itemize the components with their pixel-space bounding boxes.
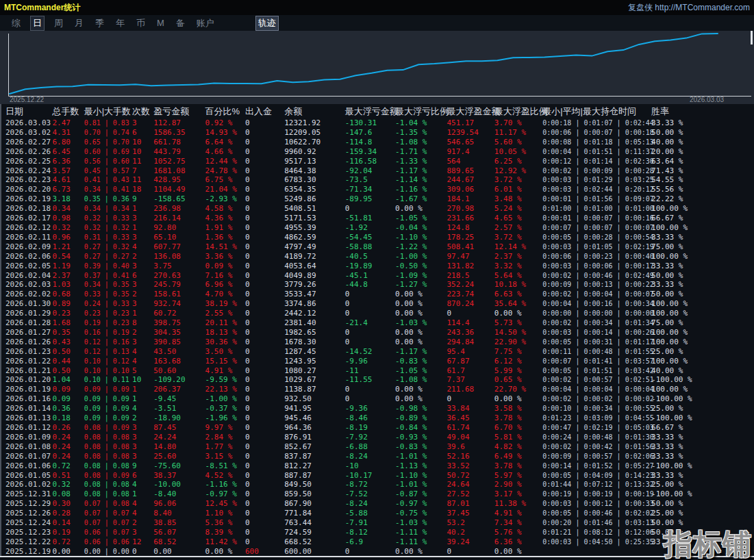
cell-deposit-withdraw: 0	[245, 166, 284, 176]
cell-max-float-profit: 52.16	[447, 452, 494, 461]
menu-item-trajectory[interactable]: 轨迹	[255, 16, 279, 31]
cell-win-rate: -100.00 %	[651, 461, 754, 471]
cell-trades: 4	[132, 404, 153, 413]
cell-max-float-loss: -1.92	[345, 223, 395, 233]
table-row[interactable]: 2026.02.180.340.34 | 0.341236.984.58 %05…	[0, 204, 754, 214]
menu-item-account[interactable]: 账户	[194, 16, 216, 30]
cell-max-float-loss-pct: -1.14 %	[395, 175, 447, 185]
cell-balance: 941.95	[284, 404, 344, 413]
cell-pnl: 245.79	[153, 280, 205, 290]
table-row[interactable]: 2026.01.300.890.24 | 0.333932.7438.19 %0…	[0, 299, 754, 309]
cell-pnl: 68.52	[153, 537, 205, 547]
table-row[interactable]: 2026.01.290.230.23 | 0.23160.722.55 %024…	[0, 309, 754, 318]
table-row[interactable]: 2026.02.120.320.32 | 0.32192.801.91 %049…	[0, 223, 754, 233]
cell-max-float-profit: 451.17	[447, 118, 494, 128]
table-row[interactable]: 2026.02.042.370.37 | 0.416270.637.16 %04…	[0, 271, 754, 281]
cell-hold-time: 0:00:18 | 0:01:07 | 0:02:44	[542, 118, 651, 128]
table-row[interactable]: 2026.02.091.210.27 | 0.324607.7714.51 %0…	[0, 242, 754, 252]
cell-hold-time: 0:00:09 | 0:00:13 | 0:00:22	[542, 280, 651, 290]
brand-link[interactable]: 复盘侠 http://MTCommander.com	[628, 2, 750, 14]
table-row[interactable]: 2026.02.020.680.33 | 0.352158.614.70 %03…	[0, 290, 754, 299]
table-row[interactable]: 2026.02.110.960.31 | 0.33365.101.36 %048…	[0, 233, 754, 242]
cell-deposit-withdraw: 0	[245, 194, 284, 204]
table-row[interactable]: 2026.02.170.980.32 | 0.333216.144.36 %05…	[0, 214, 754, 223]
table-row[interactable]: 2025.12.240.140.07 | 0.07238.855.36 %076…	[0, 518, 754, 528]
cell-min-max-lots: 0.12 | 0.13	[84, 347, 132, 357]
cell-min-max-lots: 0.34 | 0.35	[84, 280, 132, 290]
cell-pnl-pct: 21.04 %	[205, 185, 245, 194]
cell-pnl: 14.80	[153, 442, 205, 452]
cell-balance: 1029.67	[284, 375, 344, 385]
cell-pnl-pct: 3.15 %	[205, 452, 245, 461]
cell-max-float-profit: 0	[447, 309, 494, 318]
table-row[interactable]: 2026.01.260.430.12 | 0.163390.8530.36 %0…	[0, 338, 754, 347]
scrollbar-thumb[interactable]	[751, 31, 753, 44]
table-row[interactable]: 2026.01.140.360.09 | 0.094-3.51-0.37 %09…	[0, 404, 754, 413]
cell-pnl: 1681.08	[153, 166, 205, 176]
table-row[interactable]: 2026.02.276.800.65 | 0.7010661.786.64 %0…	[0, 138, 754, 147]
cell-date: 2026.01.23	[0, 347, 52, 357]
table-row[interactable]: 2026.01.270.350.16 | 0.192304.3518.13 %0…	[0, 328, 754, 338]
cell-min-max-lots: 0.27 | 0.32	[84, 242, 132, 252]
cell-min-max-lots: 0.09 | 0.09	[84, 404, 132, 413]
cell-pnl: -158.65	[153, 194, 205, 204]
table-row[interactable]: 2026.03.032.470.81 | 0.833112.870.92 %01…	[0, 118, 754, 128]
table-row[interactable]: 2026.02.060.540.27 | 0.272136.083.36 %04…	[0, 252, 754, 262]
table-row[interactable]: 2026.01.070.240.08 | 0.08325.603.15 %083…	[0, 452, 754, 461]
table-row[interactable]: 2026.01.130.180.09 | 0.092-18.90-1.96 %0…	[0, 413, 754, 423]
menu-item-year[interactable]: 年	[114, 16, 127, 30]
table-row[interactable]: 2025.12.190.000.00 | 0.0000.000.00 %6006…	[0, 547, 754, 557]
table-row[interactable]: 2026.02.266.450.60 | 0.6910443.794.66 %0…	[0, 147, 754, 157]
menu-item-currency[interactable]: 币	[134, 16, 147, 30]
table-row[interactable]: 2026.01.281.680.19 | 0.238398.7520.11 %0…	[0, 318, 754, 328]
cell-min-max-lots: 0.35 | 0.36	[84, 194, 132, 204]
cell-hold-time: 0:00:12 | 0:01:14 | 0:02:30	[542, 157, 651, 166]
table-row[interactable]: 2026.02.031.030.34 | 0.353245.796.96 %03…	[0, 280, 754, 290]
cell-pnl: 56.07	[153, 528, 205, 537]
table-row[interactable]: 2026.01.220.440.10 | 0.124163.6815.15 %0…	[0, 357, 754, 366]
table-row[interactable]: 2026.01.050.510.08 | 0.09638.374.52 %088…	[0, 471, 754, 481]
table-row[interactable]: 2026.01.201.040.10 | 0.1110-109.20-9.59 …	[0, 375, 754, 385]
menu-item-backup[interactable]: 备	[174, 16, 187, 30]
cell-max-float-profit-pct: 0.00 %	[494, 547, 542, 557]
table-row[interactable]: 2025.12.310.080.08 | 0.081-8.40-0.97 %08…	[0, 489, 754, 499]
table-row[interactable]: 2025.12.230.190.06 | 0.07356.078.39 %072…	[0, 528, 754, 537]
cell-max-float-profit-pct: 10.05 %	[494, 147, 542, 157]
cell-win-rate: 33.33 %	[651, 433, 754, 442]
table-row[interactable]: 2026.01.020.320.08 | 0.084-10.00-1.16 %0…	[0, 480, 754, 489]
table-row[interactable]: 2026.01.160.090.09 | 0.091-9.45-1.00 %09…	[0, 394, 754, 404]
table-row[interactable]: 2025.12.290.300.07 | 0.08496.0612.45 %08…	[0, 499, 754, 509]
table-row[interactable]: 2026.01.060.720.08 | 0.089-75.60-8.51 %0…	[0, 461, 754, 471]
table-row[interactable]: 2026.01.210.500.10 | 0.10550.604.91 %010…	[0, 366, 754, 376]
table-row[interactable]: 2026.02.256.360.56 | 0.60111052.7512.44 …	[0, 157, 754, 166]
cell-deposit-withdraw: 0	[245, 509, 284, 518]
table-row[interactable]: 2026.02.234.610.41 | 0.4311428.956.75 %0…	[0, 175, 754, 185]
table-row[interactable]: 2026.01.120.260.08 | 0.09387.459.97 %096…	[0, 423, 754, 433]
table-row[interactable]: 2026.03.024.310.70 | 0.7461586.3514.93 %…	[0, 128, 754, 138]
cell-max-float-profit: 223.74	[447, 290, 494, 299]
menu-item-summary[interactable]: 综	[10, 16, 23, 30]
cell-deposit-withdraw: 0	[245, 499, 284, 509]
table-row[interactable]: 2026.01.230.500.12 | 0.13443.503.50 %012…	[0, 347, 754, 357]
table-row[interactable]: 2026.02.051.190.39 | 0.4033.750.09 %0405…	[0, 262, 754, 271]
menu-item-week[interactable]: 周	[52, 16, 65, 30]
cell-max-float-loss: -11.55	[345, 375, 395, 385]
menu-item-m[interactable]: M	[155, 17, 166, 29]
table-row[interactable]: 2026.01.190.090.09 | 0.091206.3722.13 %0…	[0, 385, 754, 394]
table-row[interactable]: 2026.02.243.570.45 | 0.5771681.0824.78 %…	[0, 166, 754, 176]
table-row[interactable]: 2026.02.206.730.34 | 0.41181104.4921.04 …	[0, 185, 754, 194]
menu-item-day[interactable]: 日	[30, 16, 45, 31]
cell-max-float-loss: -9.96	[345, 357, 395, 366]
table-row[interactable]: 2026.02.193.180.35 | 0.369-158.65-2.93 %…	[0, 194, 754, 204]
cell-deposit-withdraw: 0	[245, 233, 284, 242]
cell-deposit-withdraw: 0	[245, 328, 284, 338]
table-row[interactable]: 2026.01.080.240.08 | 0.08314.801.77 %085…	[0, 442, 754, 452]
table-row[interactable]: 2026.01.090.240.08 | 0.08324.242.84 %087…	[0, 433, 754, 442]
col-header-total-lots: 总手数	[52, 104, 84, 118]
menu-item-quarter[interactable]: 季	[93, 16, 106, 30]
cell-min-max-lots: 0.08 | 0.08	[84, 433, 132, 442]
cell-trades: 2	[132, 252, 153, 262]
table-row[interactable]: 2025.12.220.720.06 | 0.061268.5211.42 %0…	[0, 537, 754, 547]
table-row[interactable]: 2025.12.260.280.07 | 0.0748.401.10 %0771…	[0, 509, 754, 518]
menu-item-month[interactable]: 月	[73, 16, 86, 30]
